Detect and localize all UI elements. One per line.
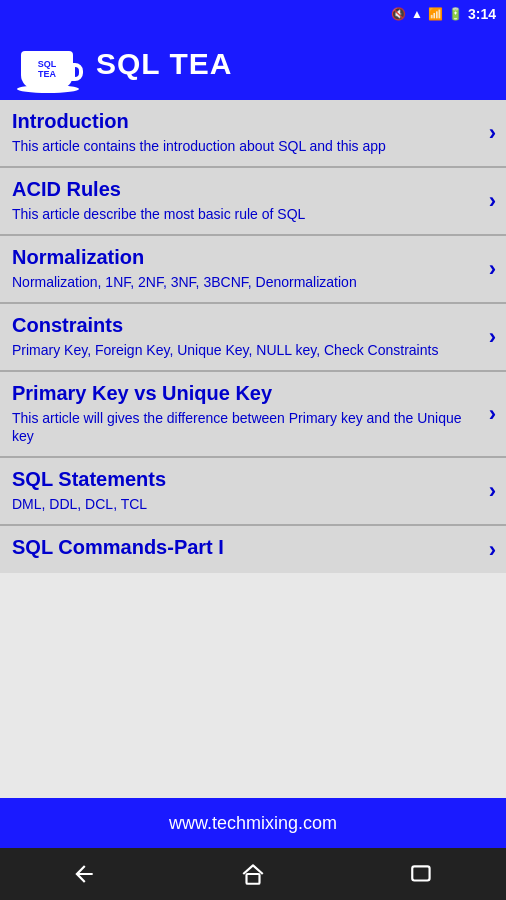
nav-bar: [0, 848, 506, 900]
home-button[interactable]: [223, 854, 283, 894]
item-title: SQL Statements: [12, 468, 466, 491]
item-desc: This article describe the most basic rul…: [12, 205, 466, 224]
signal-icon: 📶: [428, 7, 443, 21]
svg-rect-1: [412, 866, 429, 880]
item-desc: Primary Key, Foreign Key, Unique Key, NU…: [12, 341, 466, 360]
chevron-right-icon: ›: [489, 537, 496, 563]
wifi-icon: ▲: [411, 7, 423, 21]
list-item[interactable]: Normalization Normalization, 1NF, 2NF, 3…: [0, 236, 506, 304]
chevron-right-icon: ›: [489, 401, 496, 427]
chevron-right-icon: ›: [489, 188, 496, 214]
list-item[interactable]: Primary Key vs Unique Key This article w…: [0, 372, 506, 459]
status-time: 3:14: [468, 6, 496, 22]
app-logo: SQL TEA: [14, 33, 82, 95]
mute-icon: 🔇: [391, 7, 406, 21]
content-list: Introduction This article contains the i…: [0, 100, 506, 798]
recent-apps-button[interactable]: [392, 854, 452, 894]
list-item[interactable]: Introduction This article contains the i…: [0, 100, 506, 168]
item-title: SQL Commands-Part I: [12, 536, 466, 559]
cup-body: SQL TEA: [21, 51, 73, 89]
item-desc: This article will gives the difference b…: [12, 409, 466, 447]
list-item[interactable]: Constraints Primary Key, Foreign Key, Un…: [0, 304, 506, 372]
chevron-right-icon: ›: [489, 478, 496, 504]
list-item[interactable]: SQL Statements DML, DDL, DCL, TCL ›: [0, 458, 506, 526]
back-icon: [71, 861, 97, 887]
chevron-right-icon: ›: [489, 256, 496, 282]
item-desc: DML, DDL, DCL, TCL: [12, 495, 466, 514]
footer-url: www.techmixing.com: [169, 813, 337, 834]
recent-apps-icon: [409, 861, 435, 887]
item-title: Normalization: [12, 246, 466, 269]
chevron-right-icon: ›: [489, 324, 496, 350]
list-item[interactable]: ACID Rules This article describe the mos…: [0, 168, 506, 236]
home-icon: [240, 861, 266, 887]
footer-bar: www.techmixing.com: [0, 798, 506, 848]
list-item[interactable]: SQL Commands-Part I ›: [0, 526, 506, 573]
item-title: ACID Rules: [12, 178, 466, 201]
item-title: Constraints: [12, 314, 466, 337]
status-icons: 🔇 ▲ 📶 🔋 3:14: [391, 6, 496, 22]
item-title: Primary Key vs Unique Key: [12, 382, 466, 405]
status-bar: 🔇 ▲ 📶 🔋 3:14: [0, 0, 506, 28]
cup-text-line2: TEA: [38, 70, 56, 80]
item-desc: Normalization, 1NF, 2NF, 3NF, 3BCNF, Den…: [12, 273, 466, 292]
app-title: SQL TEA: [96, 47, 232, 81]
svg-rect-0: [246, 874, 259, 884]
battery-icon: 🔋: [448, 7, 463, 21]
chevron-right-icon: ›: [489, 120, 496, 146]
cup-handle: [71, 63, 83, 81]
item-desc: This article contains the introduction a…: [12, 137, 466, 156]
back-button[interactable]: [54, 854, 114, 894]
logo-cup: SQL TEA: [17, 35, 79, 93]
app-header: SQL TEA SQL TEA: [0, 28, 506, 100]
item-title: Introduction: [12, 110, 466, 133]
